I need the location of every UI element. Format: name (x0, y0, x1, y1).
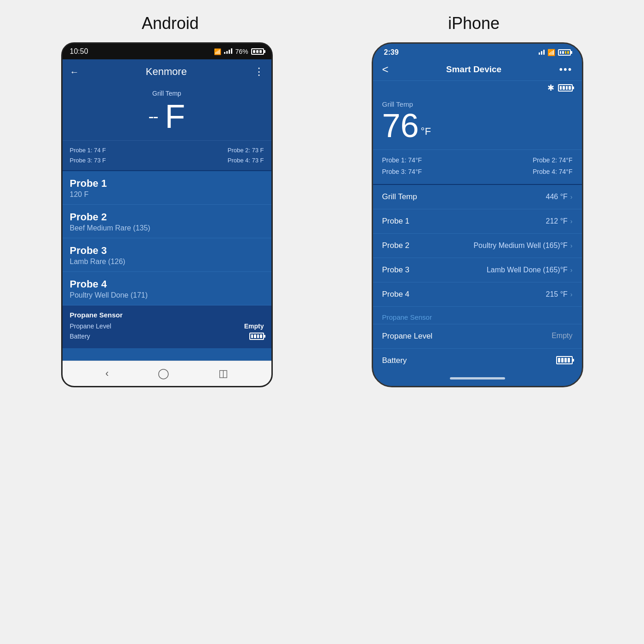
android-temp-unit: F (165, 100, 185, 133)
android-app-title: Kenmore (79, 66, 254, 78)
iphone-home-indicator (373, 373, 582, 386)
android-battery-indicator (249, 333, 264, 340)
iphone-probe1-label: Probe 1 (382, 217, 410, 226)
android-content: Grill Temp -- F Probe 1: 74 F Probe 3: 7… (63, 84, 271, 361)
android-probe2-overview: Probe 2: 73 F (228, 145, 264, 155)
android-probe3-overview: Probe 3: 73 F (70, 155, 106, 166)
iphone-label: iPhone (322, 14, 626, 33)
iphone-probe4-value: 215 °F › (546, 290, 573, 299)
android-more-button[interactable]: ⋮ (254, 66, 264, 78)
android-propane-level-label: Propane Level (70, 322, 111, 330)
android-propane-title: Propane Sensor (70, 311, 264, 319)
iphone-grill-temp-item[interactable]: Grill Temp 446 °F › (373, 185, 582, 209)
iphone-probe4-overview: Probe 4: 74°F (533, 166, 573, 178)
iphone-app-title: Smart Device (389, 64, 559, 75)
android-battery-row: Battery (70, 333, 264, 340)
chevron-icon-2: › (570, 218, 573, 225)
android-grill-section: Grill Temp -- F (63, 84, 271, 141)
iphone-probe2-label: Probe 2 (382, 241, 410, 250)
home-bar (450, 377, 505, 380)
iphone-probe2-overview: Probe 2: 74°F (533, 155, 573, 166)
iphone-probes-left: Probe 1: 74°F Probe 3: 74°F (382, 155, 422, 178)
android-probe3-name: Probe 3 (70, 245, 264, 257)
iphone-propane-label: Propane Level (382, 332, 433, 341)
android-phone: 10:50 📶 76% (61, 42, 273, 387)
bluetooth-icon: ✱ (547, 83, 554, 93)
chevron-icon-4: › (570, 266, 573, 274)
android-time: 10:50 (70, 47, 88, 56)
iphone-grill-number: 76 (382, 109, 419, 142)
android-probe4-item[interactable]: Probe 4 Poultry Well Done (171) (63, 272, 271, 305)
android-status-bar: 10:50 📶 76% (63, 44, 271, 59)
android-battery-icon (251, 48, 264, 55)
android-probes-left: Probe 1: 74 F Probe 3: 73 F (70, 145, 106, 166)
iphone-probe3-label: Probe 3 (382, 265, 410, 275)
iphone-more-button[interactable]: ••• (559, 63, 572, 75)
iphone-status-right: 📶 (539, 48, 571, 57)
iphone-signal-icon (539, 48, 545, 57)
android-battery-text: 76% (235, 48, 248, 55)
iphone-grill-temp-value: 446 °F › (546, 193, 573, 201)
android-recents-nav-icon[interactable]: ◫ (218, 368, 228, 380)
android-label: Android (18, 14, 322, 33)
iphone-probes-right: Probe 2: 74°F Probe 4: 74°F (533, 155, 573, 178)
android-probe4-overview: Probe 4: 73 F (228, 155, 264, 166)
android-probe4-name: Probe 4 (70, 278, 264, 290)
android-nav-bar: ‹ ◯ ◫ (63, 361, 271, 386)
iphone-probe4-item[interactable]: Probe 4 215 °F › (373, 282, 582, 307)
iphone-battery-label: Battery (382, 356, 407, 365)
iphone-time: 2:39 (384, 48, 399, 57)
iphone-probe2-value: Poultry Medium Well (165)°F › (473, 242, 572, 250)
iphone-probe1-overview: Probe 1: 74°F (382, 155, 422, 166)
android-battery-label: Battery (70, 333, 90, 340)
android-propane-level-value: Empty (244, 322, 264, 330)
android-back-button[interactable]: ← (70, 67, 79, 77)
iphone-grill-unit: °F (421, 126, 431, 142)
android-wifi-icon: 📶 (214, 48, 221, 55)
iphone-battery-row: Battery (373, 349, 582, 373)
platform-labels: Android iPhone (18, 14, 626, 33)
android-probe3-value: Lamb Rare (126) (70, 258, 264, 266)
android-back-nav-icon[interactable]: ‹ (105, 368, 109, 380)
iphone-propane-value: Empty (552, 332, 572, 341)
android-grill-label: Grill Temp (70, 90, 264, 97)
iphone-propane-header: Propane Sensor (373, 307, 582, 324)
android-propane-section: Propane Sensor Propane Level Empty Batte… (63, 305, 271, 348)
android-header: ← Kenmore ⋮ (63, 59, 271, 84)
android-home-nav-icon[interactable]: ◯ (158, 368, 169, 380)
android-probe1-item[interactable]: Probe 1 120 F (63, 171, 271, 205)
chevron-icon-3: › (570, 242, 573, 249)
iphone-probes-overview: Probe 1: 74°F Probe 3: 74°F Probe 2: 74°… (373, 150, 582, 185)
android-probe4-value: Poultry Well Done (171) (70, 291, 264, 299)
android-status-right: 📶 76% (214, 48, 264, 55)
iphone-probe3-item[interactable]: Probe 3 Lamb Well Done (165)°F › (373, 258, 582, 282)
iphone-back-button[interactable]: < (382, 63, 389, 76)
iphone-status-bar: 2:39 📶 (373, 44, 582, 58)
android-propane-level-row: Propane Level Empty (70, 322, 264, 330)
iphone-battery-icon (558, 49, 571, 56)
iphone-probe2-item[interactable]: Probe 2 Poultry Medium Well (165)°F › (373, 234, 582, 258)
android-grill-temp: -- F (70, 100, 264, 133)
android-probe2-item[interactable]: Probe 2 Beef Medium Rare (135) (63, 205, 271, 238)
android-probe1-name: Probe 1 (70, 178, 264, 190)
android-temp-dashes: -- (149, 107, 158, 126)
android-probe1-value: 120 F (70, 190, 264, 199)
android-probe2-value: Beef Medium Rare (135) (70, 224, 264, 232)
iphone-probe4-label: Probe 4 (382, 290, 410, 299)
iphone-grill-section: Grill Temp 76 °F (373, 97, 582, 150)
iphone-probe1-value: 212 °F › (546, 217, 573, 225)
android-probe2-name: Probe 2 (70, 211, 264, 223)
android-probes-right: Probe 2: 73 F Probe 4: 73 F (228, 145, 264, 166)
iphone-header: < Smart Device ••• (373, 58, 582, 81)
iphone-probe1-item[interactable]: Probe 1 212 °F › (373, 209, 582, 234)
android-probes-overview: Probe 1: 74 F Probe 3: 73 F Probe 2: 73 … (63, 141, 271, 171)
iphone-bluetooth-row: ✱ (373, 81, 582, 97)
iphone-grill-temp: 76 °F (382, 109, 573, 142)
iphone-grill-temp-label: Grill Temp (382, 192, 417, 201)
phones-container: 10:50 📶 76% (18, 42, 626, 387)
chevron-icon: › (570, 193, 573, 201)
iphone-list: Grill Temp 446 °F › Probe 1 212 °F › Pro… (373, 185, 582, 307)
iphone-probe3-overview: Probe 3: 74°F (382, 166, 422, 178)
android-probe3-item[interactable]: Probe 3 Lamb Rare (126) (63, 238, 271, 272)
iphone-propane-level-row: Propane Level Empty (373, 324, 582, 349)
